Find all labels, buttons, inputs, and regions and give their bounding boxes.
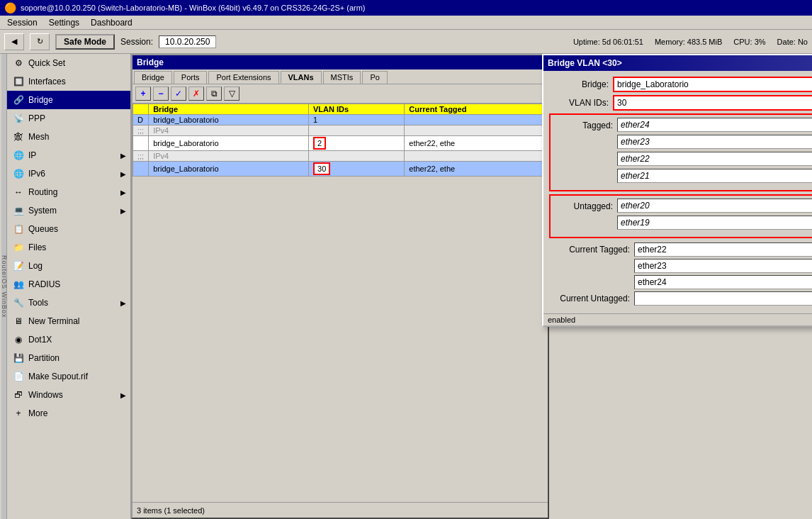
sidebar-item-windows[interactable]: 🗗 Windows ▶ (6, 386, 130, 404)
row-vlanids: 1 (309, 115, 405, 125)
sidebar-item-queues[interactable]: 📋 Queues (6, 220, 130, 238)
tagged-input-3[interactable] (617, 152, 812, 166)
tagged-input-1[interactable] (617, 118, 812, 132)
title-text: soporte@10.0.20.250 (Switch-Laboratorio-… (21, 4, 366, 12)
bridge-title-text: Bridge (137, 57, 164, 67)
sidebar-item-mesh[interactable]: 🕸 Mesh (6, 128, 130, 146)
sidebar-item-routing[interactable]: ↔ Routing ▶ (6, 183, 130, 201)
table-row[interactable]: bridge_Laboratorio 30 ether22, ethe (133, 162, 548, 177)
ipv6-icon: 🌐 (13, 168, 24, 179)
sidebar-item-newterminal[interactable]: 🖥 New Terminal (6, 312, 130, 330)
forward-button[interactable]: ↻ (30, 33, 50, 50)
check-button[interactable]: ✓ (171, 86, 186, 101)
safe-mode-button[interactable]: Safe Mode (55, 34, 115, 50)
table-row[interactable]: bridge_Laboratorio 2 ether22, ethe (133, 136, 548, 151)
current-tagged-value-3 (634, 275, 812, 289)
radius-icon: 👥 (13, 279, 24, 290)
tagged-dropdown-1: ▼ ▲ ▼ (617, 118, 812, 132)
tab-vlans[interactable]: VLANs (281, 71, 322, 84)
tab-portextensions[interactable]: Port Extensions (208, 71, 278, 84)
sidebar-item-quickset[interactable]: ⚙ Quick Set (6, 54, 130, 72)
sidebar-item-files[interactable]: 📁 Files (6, 238, 130, 257)
sidebar-item-ip[interactable]: 🌐 IP ▶ (6, 146, 130, 164)
sidebar-item-dot1x[interactable]: ◉ Dot1X (6, 330, 130, 349)
menu-session[interactable]: Session (3, 17, 42, 28)
tagged-dropdown-2: ▼ ▲ ▼ (617, 135, 812, 149)
back-button[interactable]: ◀ (4, 33, 24, 50)
sidebar-item-ipv6[interactable]: 🌐 IPv6 ▶ (6, 164, 130, 183)
filter-button[interactable]: ▽ (224, 86, 239, 101)
col-vlanids-header: VLAN IDs (309, 104, 405, 115)
menu-dashboard[interactable]: Dashboard (86, 17, 137, 28)
bridge-table-container: Bridge VLAN IDs Current Tagged D bridge_… (132, 104, 548, 177)
files-icon: 📁 (13, 242, 24, 253)
sidebar-label-log: Log (28, 261, 43, 271)
col-prefix (133, 104, 149, 115)
tab-mstis[interactable]: MSTIs (323, 71, 361, 84)
partition-icon: 💾 (13, 352, 24, 364)
row-currenttagged (405, 115, 548, 125)
system-arrow: ▶ (120, 207, 126, 215)
sidebar-item-interfaces[interactable]: 🔲 Interfaces (6, 72, 130, 91)
x-button[interactable]: ✗ (188, 86, 204, 101)
row-prefix: ;;; (133, 151, 149, 162)
bridge-toolbar: + − ✓ ✗ ⧉ ▽ (132, 84, 548, 104)
col-bridge-header: Bridge (149, 104, 309, 115)
sidebar-item-partition[interactable]: 💾 Partition (6, 349, 130, 367)
sidebar-item-bridge[interactable]: 🔗 Bridge (6, 91, 130, 109)
ipv6-arrow: ▶ (120, 170, 126, 178)
row-currenttagged: ether22, ethe (405, 162, 548, 177)
add-button[interactable]: + (135, 86, 151, 101)
sidebar-item-ppp[interactable]: 📡 PPP (6, 109, 130, 128)
sidebar-label-routing: Routing (28, 187, 57, 197)
ip-icon: 🌐 (13, 150, 24, 161)
sidebar-label-tools: Tools (28, 298, 48, 308)
sidebar-item-tools[interactable]: 🔧 Tools ▶ (6, 294, 130, 312)
sidebar-label-files: Files (28, 242, 46, 252)
tab-ports[interactable]: Ports (174, 71, 208, 84)
row-vlanids (309, 151, 405, 162)
sidebar-item-log[interactable]: 📝 Log (6, 257, 130, 275)
sidebar-item-supout[interactable]: 📄 Make Supout.rif (6, 367, 130, 386)
dialog-status-text: enabled (548, 316, 575, 324)
untagged-input-2[interactable] (617, 216, 812, 230)
menu-settings[interactable]: Settings (45, 17, 84, 28)
copy-item-button[interactable]: ⧉ (206, 86, 222, 101)
current-tagged-value-1 (634, 242, 812, 257)
sidebar-item-radius[interactable]: 👥 RADIUS (6, 275, 130, 294)
tagged-input-2[interactable] (617, 135, 812, 149)
untagged-section: Untagged: ▼ ▲ ▼ (549, 194, 812, 238)
vlan-ids-input[interactable] (613, 95, 812, 111)
table-row[interactable]: ;;; IPv4 (133, 125, 548, 136)
row-bridge: bridge_Laboratorio (149, 136, 309, 151)
table-row[interactable]: ;;; IPv4 (133, 151, 548, 162)
row-vlanids (309, 125, 405, 136)
row-currenttagged: ether22, ethe (405, 136, 548, 151)
tagged-row-2: ▼ ▲ ▼ (553, 135, 812, 150)
vlan-ids-label: VLAN IDs: (549, 98, 613, 108)
tagged-input-4[interactable] (617, 169, 812, 183)
memory: Memory: 483.5 MiB (655, 38, 722, 46)
sidebar-label-system: System (28, 206, 57, 216)
tagged-row-1: Tagged: ▼ ▲ ▼ (553, 118, 812, 133)
sidebar-label-bridge: Bridge (28, 95, 53, 105)
terminal-icon: 🖥 (13, 316, 24, 327)
vlan-dialog-title-text: Bridge VLAN <30> (548, 58, 622, 68)
remove-button[interactable]: − (153, 86, 169, 101)
sidebar-label-queues: Queues (28, 224, 58, 234)
tab-bridge[interactable]: Bridge (134, 71, 172, 84)
vlan-ids-field-row: VLAN IDs: ▲ ▼ (549, 95, 812, 111)
sidebar-item-more[interactable]: + More (6, 404, 130, 423)
vlan-id-highlight: 2 (313, 137, 326, 150)
bridge-input[interactable] (613, 77, 812, 92)
bridge-field-input-group: ▲ ▼ (613, 77, 812, 92)
quickset-icon: ⚙ (13, 57, 24, 69)
current-tagged-row-1: Current Tagged: (549, 242, 812, 257)
row-prefix (133, 162, 149, 177)
tagged-dropdown-4: ▼ ▲ ▼ (617, 169, 812, 183)
tab-po[interactable]: Po (362, 71, 387, 84)
untagged-input-1[interactable] (617, 199, 812, 213)
sidebar-item-system[interactable]: 💻 System ▶ (6, 201, 130, 220)
table-row[interactable]: D bridge_Laboratorio 1 (133, 115, 548, 125)
toolbar: ◀ ↻ Safe Mode Session: 10.0.20.250 Uptim… (0, 30, 812, 54)
